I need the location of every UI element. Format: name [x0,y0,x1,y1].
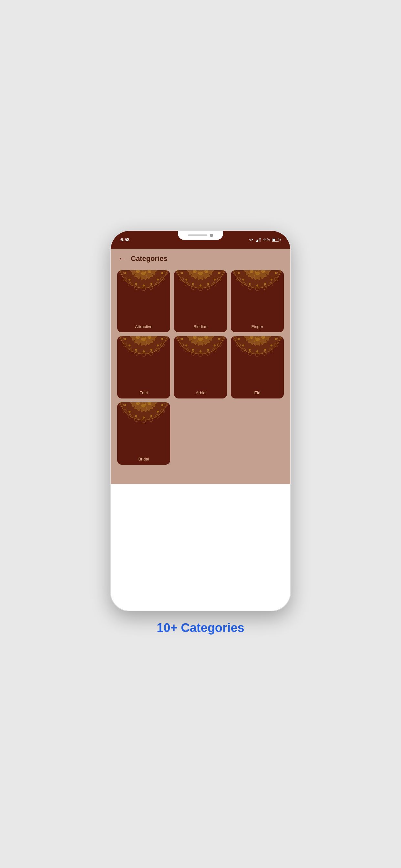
svg-point-110 [275,272,277,274]
svg-point-290 [148,402,151,405]
outer-wrapper: 6:58 44% [100,230,301,638]
card-pattern-bindian [174,270,227,322]
svg-point-208 [192,349,194,351]
card-pattern-attractive [117,270,170,322]
category-card-eid[interactable]: Eid [231,336,284,399]
svg-point-301 [143,417,145,418]
category-card-bindian[interactable]: Bindian [174,270,227,333]
category-card-bridal[interactable]: Bridal [117,402,170,465]
bottom-categories-text: 10+ Categories [150,611,251,638]
svg-point-207 [200,351,202,352]
svg-point-292 [136,402,140,405]
svg-point-111 [271,279,272,280]
card-label-attractive: Attractive [117,321,170,332]
card-label-arbic: Arbic [174,388,227,399]
app-content: ← Categories [111,249,290,485]
notch-cutout [178,231,223,240]
category-card-attractive[interactable]: Attractive [117,270,170,333]
svg-point-18 [150,283,152,284]
svg-point-162 [129,345,130,346]
svg-point-291 [142,404,145,407]
svg-point-256 [243,345,244,346]
category-card-finger[interactable]: Finger [231,270,284,333]
svg-point-160 [143,351,145,352]
svg-point-163 [124,338,126,340]
svg-point-65 [207,283,209,284]
svg-point-298 [161,405,163,406]
svg-point-252 [271,345,272,346]
svg-point-69 [181,272,183,274]
svg-point-209 [186,345,187,346]
svg-point-66 [200,284,202,286]
svg-point-302 [135,415,137,417]
svg-rect-1 [257,240,258,242]
svg-point-157 [161,338,163,340]
signal-icon [256,238,261,242]
svg-point-104 [250,270,253,273]
category-card-arbic[interactable]: Arbic [174,336,227,399]
card-label-feet: Feet [117,388,170,399]
card-pattern-arbic [174,336,227,388]
svg-point-257 [238,338,240,340]
svg-point-102 [261,270,265,273]
status-time: 6:58 [120,237,129,242]
svg-point-114 [249,283,251,284]
svg-point-67 [192,283,194,284]
battery-percent: 44% [263,238,270,242]
svg-point-17 [157,279,158,280]
svg-point-206 [207,349,209,351]
back-button[interactable]: ← [119,254,126,263]
svg-point-57 [193,270,196,273]
svg-point-64 [214,279,215,280]
card-pattern-feet [117,336,170,388]
app-header: ← Categories [111,249,290,268]
svg-point-158 [157,345,158,346]
category-card-feet[interactable]: Feet [117,336,170,399]
svg-point-161 [135,349,137,351]
card-label-eid: Eid [231,388,284,399]
svg-point-56 [199,272,202,275]
card-pattern-bridal [117,402,170,454]
svg-point-254 [257,351,258,352]
svg-point-55 [205,270,208,273]
svg-point-299 [157,411,158,413]
svg-point-255 [249,349,251,351]
svg-point-9 [142,272,145,275]
card-pattern-eid [231,336,284,388]
svg-point-243 [261,336,265,339]
svg-point-10 [136,270,140,273]
svg-point-205 [214,345,215,346]
page-title: Categories [131,254,167,263]
categories-grid: Attractive [111,268,290,471]
svg-point-159 [150,349,152,351]
svg-point-22 [124,272,126,274]
svg-point-197 [199,338,202,341]
battery-icon [272,238,281,242]
notch-camera [210,234,213,237]
svg-point-112 [264,283,266,284]
svg-point-303 [129,411,130,413]
card-label-bindian: Bindian [174,321,227,332]
wifi-icon [249,238,254,242]
notch-pill [188,235,207,236]
status-bar: 6:58 44% [111,231,290,249]
svg-point-103 [256,272,259,275]
svg-point-204 [218,338,220,340]
svg-point-116 [238,272,240,274]
svg-point-198 [193,336,196,339]
svg-point-115 [243,279,244,280]
svg-point-20 [135,283,137,284]
svg-point-304 [124,405,126,406]
card-label-finger: Finger [231,321,284,332]
svg-point-251 [275,338,277,340]
svg-rect-0 [256,241,257,242]
svg-point-245 [250,336,253,339]
card-label-bridal: Bridal [117,454,170,465]
svg-point-113 [257,284,258,286]
svg-point-196 [205,336,208,339]
card-pattern-finger [231,270,284,322]
svg-point-253 [264,349,266,351]
svg-point-151 [136,336,140,339]
svg-point-300 [150,415,152,417]
svg-point-210 [181,338,183,340]
